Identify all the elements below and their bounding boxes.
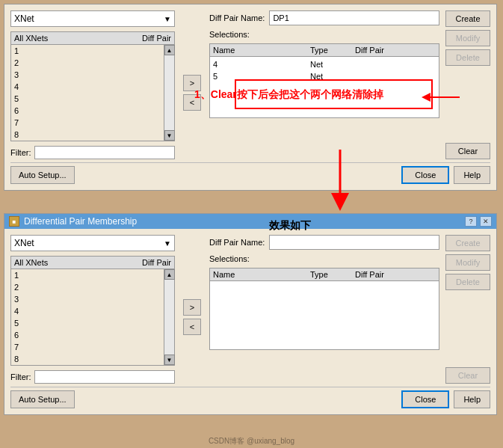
create-button-bottom[interactable]: Create (445, 235, 490, 251)
dialog-title: Differential Pair Membership (24, 216, 137, 227)
modify-button-top[interactable]: Modify (445, 30, 490, 46)
list-item[interactable]: 8 (11, 353, 164, 365)
help-button-bottom[interactable]: Help (454, 390, 490, 408)
close-button-top[interactable]: Close (401, 166, 449, 184)
scroll-up-bottom[interactable]: ▲ (164, 269, 175, 280)
scroll-down-top[interactable]: ▼ (164, 130, 175, 141)
top-dialog: XNet ▼ All XNets Diff Pair 1 2 3 4 5 6 7… (4, 4, 497, 191)
watermark: CSDN博客 @uxiang_blog (0, 436, 503, 447)
arrow-left-top[interactable]: < (183, 94, 201, 111)
xnet-dropdown-bottom[interactable]: XNet ▼ (10, 235, 175, 251)
list-item[interactable]: 5 (11, 93, 164, 105)
xnet-dropdown-top[interactable]: XNet ▼ (10, 10, 175, 27)
buttons-panel-bottom: Create Modify Delete Clear (445, 235, 490, 384)
selections-body-top: 4 Net 5 Net (210, 57, 439, 84)
delete-button-bottom[interactable]: Delete (445, 274, 490, 290)
arrow-right-bottom[interactable]: > (183, 299, 201, 316)
selections-label-top: Selections: (209, 30, 439, 39)
modify-button-bottom[interactable]: Modify (445, 254, 490, 271)
bottom-bar-left-bottom: Auto Setup... (10, 390, 75, 408)
list-item[interactable]: 6 (11, 105, 164, 117)
selections-header-top: Name Type Diff Pair (210, 44, 439, 57)
clear-button-top[interactable]: Clear (445, 143, 490, 159)
bottom-bar-top: Auto Setup... Close Help (10, 162, 490, 184)
auto-setup-button-top[interactable]: Auto Setup... (10, 166, 75, 184)
bottom-bar-right-top: Close Help (401, 166, 490, 184)
list-item[interactable]: 6 (11, 329, 164, 341)
right-panel-bottom: Diff Pair Name: Selections: Name Type Di… (209, 235, 439, 384)
bottom-bar-left-top: Auto Setup... (10, 166, 75, 184)
list-item[interactable]: 5 (11, 317, 164, 329)
buttons-panel-top: Create Modify Delete Clear (445, 10, 490, 159)
close-title-button[interactable]: ✕ (480, 216, 492, 227)
list-col1-top: All XNets (14, 34, 48, 43)
xnet-label-bottom: XNet (14, 238, 34, 248)
list-col2-top: Diff Pair (142, 34, 171, 43)
arrow-left-bottom[interactable]: < (183, 319, 201, 335)
selections-table-bottom: Name Type Diff Pair (209, 268, 439, 350)
filter-row-top: Filter: (10, 146, 175, 159)
dialog-titlebar: ■ Differential Pair Membership ? ✕ (4, 214, 496, 229)
list-item[interactable]: 4 (11, 81, 164, 93)
sel-header-name-bottom: Name (213, 270, 310, 279)
list-item[interactable]: 8 (11, 129, 164, 141)
list-col2-bottom: Diff Pair (142, 258, 171, 267)
selections-header-bottom: Name Type Diff Pair (210, 269, 439, 281)
list-item[interactable]: 7 (11, 117, 164, 129)
sel-row[interactable]: 5 Net (213, 70, 436, 82)
titlebar-left: ■ Differential Pair Membership (9, 216, 137, 227)
xnet-list-top[interactable]: 1 2 3 4 5 6 7 8 9 10 ▲ ▼ (10, 44, 175, 141)
xnet-dropdown-arrow-bottom: ▼ (164, 239, 171, 248)
xnet-label-top: XNet (14, 13, 34, 24)
list-item[interactable]: 4 (11, 305, 164, 317)
diff-pair-name-row-top: Diff Pair Name: (209, 10, 439, 25)
left-panel-bottom: XNet ▼ All XNets Diff Pair 1 2 3 4 5 6 (10, 235, 175, 384)
left-panel-top: XNet ▼ All XNets Diff Pair 1 2 3 4 5 6 7… (10, 10, 175, 159)
sel-header-type-top: Type (310, 46, 355, 55)
titlebar-right: ? ✕ (465, 216, 492, 227)
list-item[interactable]: 2 (11, 57, 164, 69)
list-item[interactable]: 7 (11, 341, 164, 353)
sel-header-diffpair-top: Diff Pair (355, 46, 436, 55)
filter-input-bottom[interactable] (34, 370, 176, 384)
sel-header-type-bottom: Type (310, 270, 355, 279)
selections-label-bottom: Selections: (209, 254, 439, 263)
list-items-top: 1 2 3 4 5 6 7 8 9 10 (11, 45, 164, 141)
xnet-list-bottom[interactable]: 1 2 3 4 5 6 7 8 9 10 ▲ ▼ (10, 269, 175, 366)
filter-input-top[interactable] (34, 146, 176, 159)
bottom-bar-right-bottom: Close Help (401, 390, 490, 408)
auto-setup-button-bottom[interactable]: Auto Setup... (10, 390, 75, 408)
help-button-top[interactable]: Help (454, 166, 490, 184)
list-item[interactable]: 3 (11, 293, 164, 305)
arrow-right-top[interactable]: > (183, 75, 201, 91)
diff-pair-name-row-bottom: Diff Pair Name: (209, 235, 439, 250)
filter-label-bottom: Filter: (10, 372, 31, 381)
scroll-track-bottom (164, 280, 174, 355)
list-item[interactable]: 1 (11, 269, 164, 281)
filter-row-bottom: Filter: (10, 370, 175, 384)
sel-row[interactable]: 4 Net (213, 58, 436, 70)
list-header-top: All XNets Diff Pair (10, 31, 175, 44)
close-button-bottom[interactable]: Close (401, 390, 449, 408)
create-button-top[interactable]: Create (445, 10, 490, 27)
diff-pair-name-input-bottom[interactable] (269, 235, 439, 250)
diff-pair-name-input-top[interactable] (269, 10, 439, 25)
right-panel-top: Diff Pair Name: Selections: Name Type Di… (209, 10, 439, 159)
delete-button-top[interactable]: Delete (445, 49, 490, 66)
sel-header-name-top: Name (213, 46, 310, 55)
list-item[interactable]: 1 (11, 45, 164, 57)
list-item[interactable]: 2 (11, 281, 164, 293)
selections-table-top: Name Type Diff Pair 4 Net 5 Net (209, 43, 439, 118)
scroll-up-top[interactable]: ▲ (164, 45, 175, 55)
clear-button-bottom[interactable]: Clear (445, 367, 490, 384)
titlebar-icon: ■ (9, 216, 19, 227)
scroll-track-top (164, 55, 174, 130)
list-item[interactable]: 3 (11, 69, 164, 81)
question-button[interactable]: ? (465, 216, 477, 227)
scrollbar-bottom[interactable]: ▲ ▼ (164, 269, 174, 365)
scrollbar-top[interactable]: ▲ ▼ (164, 45, 174, 141)
bottom-dialog-body: XNet ▼ All XNets Diff Pair 1 2 3 4 5 6 (4, 229, 496, 414)
scroll-down-bottom[interactable]: ▼ (164, 355, 175, 365)
selections-body-bottom (210, 281, 439, 284)
arrows-panel-top: > < (181, 25, 203, 159)
